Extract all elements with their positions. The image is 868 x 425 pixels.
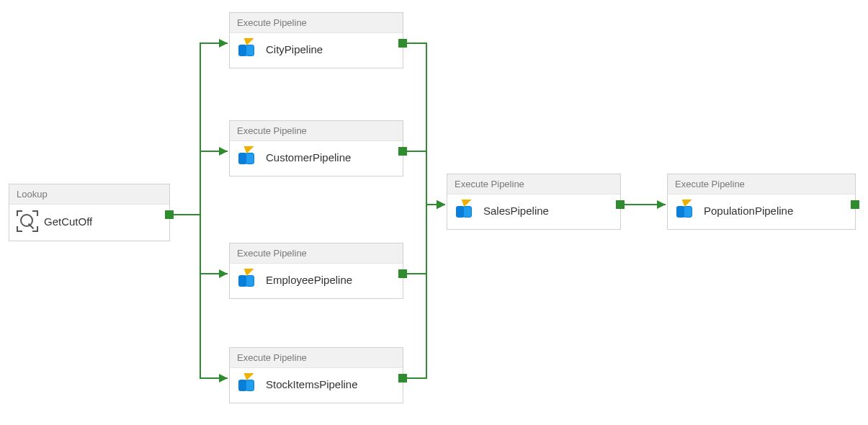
activity-lookup-getcutoff[interactable]: Lookup GetCutOff (9, 184, 170, 241)
activity-execute-salespipeline[interactable]: Execute Pipeline SalesPipeline (447, 174, 621, 230)
activity-name: StockItemsPipeline (266, 378, 358, 390)
activity-type-label: Execute Pipeline (230, 348, 403, 368)
activity-type-label: Execute Pipeline (230, 243, 403, 264)
activity-execute-customerpipeline[interactable]: Execute Pipeline CustomerPipeline (229, 120, 403, 176)
activity-type-label: Lookup (9, 184, 169, 205)
activity-name: SalesPipeline (483, 205, 549, 217)
activity-name: PopulationPipeline (704, 205, 793, 217)
execute-pipeline-icon (676, 202, 697, 219)
activity-type-label: Execute Pipeline (230, 121, 403, 141)
execute-pipeline-icon (238, 148, 259, 166)
activity-name: EmployeePipeline (266, 274, 352, 286)
execute-pipeline-icon (238, 375, 259, 393)
success-port[interactable] (398, 147, 407, 156)
execute-pipeline-icon (456, 202, 476, 219)
success-port[interactable] (398, 269, 407, 278)
activity-execute-employeepipeline[interactable]: Execute Pipeline EmployeePipeline (229, 243, 403, 299)
activity-type-label: Execute Pipeline (447, 174, 620, 194)
execute-pipeline-icon (238, 40, 259, 58)
activity-execute-populationpipeline[interactable]: Execute Pipeline PopulationPipeline (667, 174, 856, 230)
activity-type-label: Execute Pipeline (230, 13, 403, 33)
success-port[interactable] (398, 374, 407, 382)
activity-name: CityPipeline (266, 43, 323, 55)
success-port[interactable] (851, 200, 859, 209)
activity-name: CustomerPipeline (266, 151, 351, 164)
success-port[interactable] (616, 200, 625, 209)
success-port[interactable] (165, 210, 174, 219)
pipeline-canvas[interactable]: Lookup GetCutOff Execute Pipeline CityPi… (0, 0, 868, 425)
success-port[interactable] (398, 39, 407, 48)
execute-pipeline-icon (238, 271, 259, 288)
activity-execute-citypipeline[interactable]: Execute Pipeline CityPipeline (229, 12, 403, 68)
activity-type-label: Execute Pipeline (668, 174, 855, 194)
activity-name: GetCutOff (44, 215, 92, 228)
lookup-icon (18, 212, 37, 231)
activity-execute-stockitemspipeline[interactable]: Execute Pipeline StockItemsPipeline (229, 347, 403, 403)
